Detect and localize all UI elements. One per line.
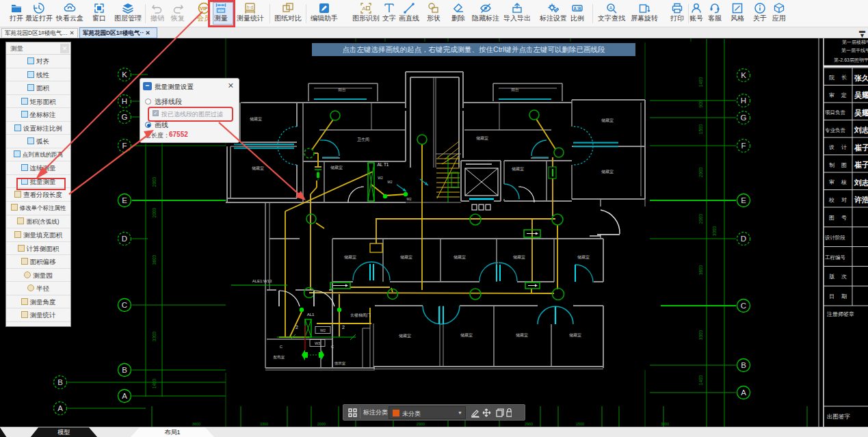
svg-text:对: 对	[841, 197, 847, 203]
svg-text:储藏室: 储藏室	[252, 165, 264, 171]
svg-text:注册师签章: 注册师签章	[826, 311, 854, 317]
svg-text:H: H	[122, 97, 127, 105]
svg-text:设: 设	[829, 144, 834, 150]
svg-text:第一层干线平面: 第一层干线平面	[841, 48, 868, 53]
svg-text:3600: 3600	[661, 422, 669, 426]
svg-text:W2: W2	[378, 176, 383, 180]
svg-text:900: 900	[698, 100, 703, 107]
svg-text:2900: 2900	[152, 176, 157, 187]
svg-text:3600: 3600	[152, 254, 157, 265]
svg-text:值班室: 值班室	[334, 361, 346, 365]
svg-text:储藏室: 储藏室	[476, 135, 488, 141]
svg-text:吴耀: 吴耀	[854, 91, 868, 99]
svg-text:C: C	[280, 345, 283, 349]
svg-text:长: 长	[841, 75, 847, 81]
svg-text:校: 校	[828, 197, 834, 203]
svg-text:W2: W2	[320, 328, 326, 332]
svg-text:M2: M2	[407, 197, 412, 201]
svg-text:制: 制	[829, 162, 834, 168]
svg-text:储藏室: 储藏室	[330, 165, 343, 170]
svg-text:第-2.63层照明平面: 第-2.63层照明平面	[834, 57, 868, 63]
svg-text:D: D	[122, 235, 127, 243]
svg-text:E: E	[741, 196, 746, 204]
svg-text:吴耀: 吴耀	[854, 109, 868, 117]
svg-text:H: H	[741, 96, 746, 105]
svg-text:号: 号	[841, 215, 847, 221]
svg-text:储藏室: 储藏室	[460, 332, 473, 338]
svg-text:院: 院	[829, 75, 834, 81]
svg-text:K: K	[122, 70, 127, 79]
svg-text:卫生间: 卫生间	[357, 137, 369, 142]
svg-text:储藏室: 储藏室	[453, 254, 466, 260]
svg-text:项目负责: 项目负责	[825, 109, 846, 116]
svg-text:1500: 1500	[576, 422, 584, 426]
svg-text:1400: 1400	[698, 375, 703, 385]
svg-text:1500: 1500	[698, 124, 703, 134]
svg-text:3300: 3300	[152, 331, 157, 341]
svg-text:D: D	[741, 235, 746, 243]
svg-text:张久: 张久	[854, 74, 868, 82]
svg-text:G: G	[741, 114, 747, 122]
svg-text:储藏室: 储藏室	[399, 333, 411, 339]
svg-text:储藏室: 储藏室	[601, 169, 614, 174]
svg-text:3600: 3600	[698, 265, 703, 275]
svg-text:审: 审	[829, 92, 834, 98]
svg-text:储藏室: 储藏室	[516, 332, 528, 338]
svg-text:h·d: h·d	[247, 5, 254, 10]
svg-text:AL1: AL1	[307, 313, 315, 317]
svg-text:3300: 3300	[260, 422, 268, 426]
svg-text:图: 图	[829, 215, 834, 221]
svg-text:2: 2	[342, 325, 345, 330]
svg-text:2: 2	[295, 325, 298, 330]
svg-text:3000: 3000	[712, 226, 717, 236]
svg-text:刘志: 刘志	[854, 126, 868, 134]
svg-text:2900: 2900	[698, 167, 703, 177]
svg-text:C: C	[122, 301, 127, 309]
svg-text:A: A	[122, 392, 127, 400]
svg-text:阳台: 阳台	[512, 88, 519, 92]
svg-text:设计阶段: 设计阶段	[825, 235, 845, 241]
svg-text:计: 计	[841, 144, 847, 150]
svg-text:储藏室: 储藏室	[601, 118, 614, 123]
svg-text:图: 图	[841, 162, 847, 168]
svg-text:F: F	[122, 142, 127, 150]
svg-text:刘志: 刘志	[854, 178, 868, 187]
svg-text:储藏室: 储藏室	[513, 254, 525, 260]
svg-text:版: 版	[829, 274, 834, 280]
svg-text:储藏室: 储藏室	[512, 166, 524, 172]
svg-text:储藏室: 储藏室	[577, 254, 590, 260]
svg-text:第一层楼梯平面: 第一层楼梯平面	[842, 40, 868, 45]
svg-text:3300: 3300	[698, 330, 703, 340]
svg-text:K: K	[741, 71, 746, 79]
svg-text:W3: W3	[315, 341, 320, 345]
svg-text:1400: 1400	[698, 77, 703, 87]
svg-text:阳台: 阳台	[339, 88, 346, 92]
svg-text:2000: 2000	[317, 422, 326, 426]
svg-text:储藏室: 储藏室	[250, 116, 262, 122]
svg-text:核: 核	[841, 179, 847, 185]
svg-text:A: A	[57, 404, 63, 412]
svg-text:工程编号: 工程编号	[825, 254, 846, 261]
svg-text:A: A	[609, 5, 613, 10]
svg-text:B: B	[57, 378, 63, 386]
svg-text:2000: 2000	[152, 207, 157, 217]
svg-text:1400: 1400	[152, 378, 157, 388]
svg-text:专业负责: 专业负责	[825, 127, 846, 133]
svg-text:储藏室: 储藏室	[344, 254, 356, 260]
svg-text:日: 日	[829, 293, 834, 300]
svg-text:AL T1: AL T1	[378, 162, 389, 167]
svg-text:M2: M2	[388, 180, 393, 184]
svg-text:审: 审	[829, 179, 834, 185]
svg-text:配电室: 配电室	[274, 355, 285, 360]
svg-text:崔子: 崔子	[854, 144, 868, 152]
svg-text:2000: 2000	[698, 213, 703, 224]
svg-text:A:B: A:B	[573, 6, 581, 11]
svg-text:期: 期	[841, 293, 847, 300]
svg-text:C: C	[331, 345, 334, 349]
svg-text:B: B	[122, 366, 127, 374]
svg-text:许浩: 许浩	[854, 196, 868, 204]
svg-text:F: F	[741, 142, 746, 150]
svg-text:A: A	[362, 5, 366, 12]
svg-text:储藏室: 储藏室	[400, 254, 412, 260]
svg-text:次: 次	[841, 274, 847, 280]
